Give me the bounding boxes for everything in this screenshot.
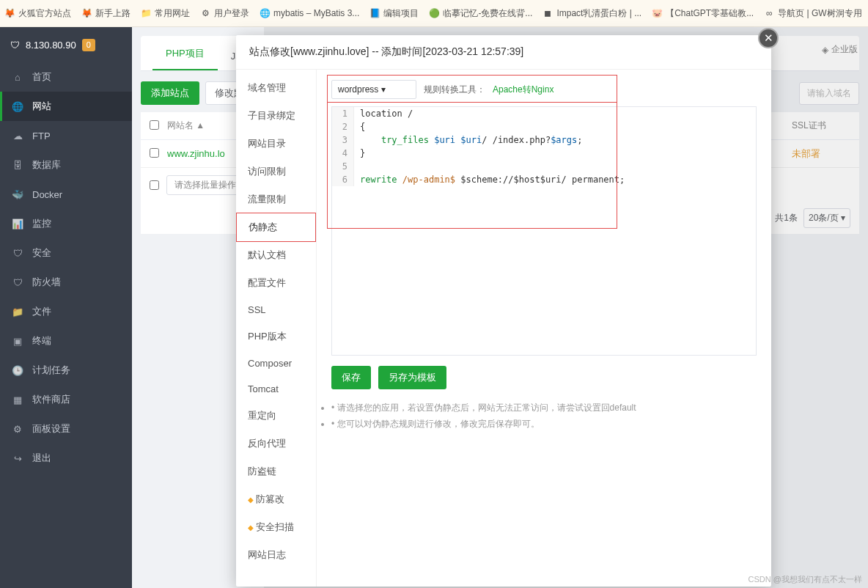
shield-icon: 🛡 <box>10 40 20 51</box>
sidebar-icon: ⚙ <box>12 424 23 435</box>
sidebar: 🛡 8.130.80.90 0 ⌂首页🌐网站☁FTP🗄数据库🐳Docker📊监控… <box>0 27 132 588</box>
sidebar-label: 终端 <box>32 334 51 348</box>
sidebar-icon: ☁ <box>12 131 23 142</box>
modal-nav-网站目录[interactable]: 网站目录 <box>236 130 316 158</box>
bookmark-item[interactable]: 🐷【ChatGPT零基础教... <box>652 7 754 20</box>
sidebar-icon: 📊 <box>12 218 23 229</box>
sidebar-item-终端[interactable]: ▣终端 <box>0 326 132 356</box>
notice-badge[interactable]: 0 <box>82 39 95 51</box>
modal-nav-Tomcat[interactable]: Tomcat <box>236 376 316 402</box>
bookmark-item[interactable]: 📘编辑项目 <box>369 7 419 20</box>
bookmark-icon: 🌐 <box>260 8 270 18</box>
tip-item: 您可以对伪静态规则进行修改，修改完后保存即可。 <box>331 416 757 432</box>
sidebar-icon: ⌂ <box>12 72 23 83</box>
server-ip: 8.130.80.90 <box>26 40 76 51</box>
sidebar-item-软件商店[interactable]: ▦软件商店 <box>0 385 132 414</box>
bookmark-item[interactable]: ⚙用户登录 <box>200 7 249 20</box>
modal-nav-域名管理[interactable]: 域名管理 <box>236 74 316 102</box>
sidebar-icon: 🕒 <box>12 365 23 376</box>
sidebar-icon: 🐳 <box>12 189 23 200</box>
modal-nav-子目录绑定[interactable]: 子目录绑定 <box>236 102 316 130</box>
sidebar-item-监控[interactable]: 📊监控 <box>0 209 132 238</box>
modal-nav-流量限制[interactable]: 流量限制 <box>236 185 316 213</box>
sidebar-label: 防火墙 <box>32 276 61 289</box>
modal-nav-重定向[interactable]: 重定向 <box>236 402 316 430</box>
bookmark-item[interactable]: 📁常用网址 <box>141 7 190 20</box>
code-line: 4} <box>332 147 756 160</box>
code-line: 3 try_files $uri $uri/ /index.php?$args; <box>332 133 756 147</box>
sidebar-icon: 📁 <box>12 306 23 317</box>
tab-PHP项目[interactable]: PHP项目 <box>152 38 218 70</box>
sidebar-item-首页[interactable]: ⌂首页 <box>0 62 132 92</box>
bookmarks-bar: 🦊火狐官方站点🦊新手上路📁常用网址⚙用户登录🌐mybatis – MyBatis… <box>0 0 868 27</box>
batch-checkbox[interactable] <box>150 180 159 190</box>
sidebar-item-防火墙[interactable]: 🛡防火墙 <box>0 268 132 297</box>
sidebar-item-计划任务[interactable]: 🕒计划任务 <box>0 356 132 385</box>
sidebar-icon: ▦ <box>12 394 23 405</box>
sidebar-label: 退出 <box>32 452 51 465</box>
rewrite-template-select[interactable]: wordpress ▾ <box>331 80 416 99</box>
bookmark-item[interactable]: 🦊火狐官方站点 <box>4 7 71 20</box>
modal-nav-网站日志[interactable]: 网站日志 <box>236 541 316 569</box>
bookmark-icon: ⚙ <box>200 8 210 18</box>
modal-nav-反向代理[interactable]: 反向代理 <box>236 430 316 457</box>
bookmark-icon: 🦊 <box>81 8 92 18</box>
sidebar-label: 数据库 <box>32 158 61 172</box>
code-line: 2{ <box>332 120 756 133</box>
sidebar-item-数据库[interactable]: 🗄数据库 <box>0 150 132 180</box>
sidebar-item-Docker[interactable]: 🐳Docker <box>0 180 132 209</box>
sidebar-label: 安全 <box>32 246 51 260</box>
sidebar-item-FTP[interactable]: ☁FTP <box>0 121 132 150</box>
sidebar-label: 软件商店 <box>32 393 70 406</box>
sidebar-label: 监控 <box>32 217 51 230</box>
sidebar-label: 面板设置 <box>32 422 70 436</box>
modal-nav-SSL[interactable]: SSL <box>236 297 316 323</box>
bookmark-item[interactable]: 🦊新手上路 <box>81 7 130 20</box>
modal-nav-伪静态[interactable]: 伪静态 <box>236 213 316 242</box>
sidebar-item-退出[interactable]: ↪退出 <box>0 444 132 473</box>
modal-nav-防篡改[interactable]: ◆防篡改 <box>236 485 316 513</box>
add-site-button[interactable]: 添加站点 <box>141 81 199 105</box>
code-line: 6rewrite /wp-admin$ $scheme://$host$uri/… <box>332 173 756 186</box>
site-edit-modal: ✕ 站点修改[www.zjinhu.love] -- 添加时间[2023-03-… <box>236 35 771 587</box>
sidebar-label: 首页 <box>32 70 51 84</box>
modal-nav-访问限制[interactable]: 访问限制 <box>236 158 316 185</box>
modal-content: wordpress ▾ 规则转换工具： Apache转Nginx 1locati… <box>317 70 771 587</box>
batch-select[interactable]: 请选择批量操作 <box>166 175 244 195</box>
apache-to-nginx-link[interactable]: Apache转Nginx <box>493 84 553 96</box>
select-all-checkbox[interactable] <box>150 120 159 130</box>
sidebar-item-网站[interactable]: 🌐网站 <box>0 92 132 121</box>
bookmark-icon: 🦊 <box>4 8 15 18</box>
code-line: 5 <box>332 160 756 173</box>
sidebar-icon: ↪ <box>12 453 23 464</box>
sidebar-label: Docker <box>32 189 62 200</box>
close-icon[interactable]: ✕ <box>758 28 779 48</box>
bookmark-icon: ◼ <box>542 8 553 18</box>
modal-nav-默认文档[interactable]: 默认文档 <box>236 241 316 269</box>
sidebar-label: 文件 <box>32 305 51 318</box>
modal-nav-配置文件[interactable]: 配置文件 <box>236 269 316 297</box>
save-template-button[interactable]: 另存为模板 <box>378 366 446 389</box>
bookmark-item[interactable]: ∞导航页 | GW树洞专用 <box>764 7 861 20</box>
bookmark-item[interactable]: ◼Impact乳清蛋白粉 | ... <box>542 7 641 20</box>
bookmark-item[interactable]: 🌐mybatis – MyBatis 3... <box>260 8 359 18</box>
sidebar-item-面板设置[interactable]: ⚙面板设置 <box>0 414 132 444</box>
sidebar-label: 网站 <box>32 100 51 113</box>
sidebar-icon: 🗄 <box>12 160 23 171</box>
modal-nav: 域名管理子目录绑定网站目录访问限制流量限制伪静态默认文档配置文件SSLPHP版本… <box>236 70 317 587</box>
bookmark-icon: 📁 <box>141 8 151 18</box>
tips: 请选择您的应用，若设置伪静态后，网站无法正常访问，请尝试设置回default您可… <box>331 400 757 432</box>
bookmark-icon: 📘 <box>369 8 380 18</box>
bookmark-icon: 🟢 <box>429 8 439 18</box>
bookmark-item[interactable]: 🟢临摹记忆-免费在线背... <box>429 7 532 20</box>
modal-nav-安全扫描[interactable]: ◆安全扫描 <box>236 513 316 541</box>
bookmark-icon: ∞ <box>764 8 774 18</box>
code-editor[interactable]: 1location /2{3 try_files $uri $uri/ /ind… <box>331 106 757 356</box>
save-button[interactable]: 保存 <box>331 366 371 389</box>
row-checkbox[interactable] <box>150 148 159 158</box>
modal-nav-防盗链[interactable]: 防盗链 <box>236 457 316 485</box>
modal-nav-Composer[interactable]: Composer <box>236 350 316 376</box>
modal-nav-PHP版本[interactable]: PHP版本 <box>236 323 316 350</box>
sidebar-item-文件[interactable]: 📁文件 <box>0 297 132 326</box>
sidebar-item-安全[interactable]: 🛡安全 <box>0 238 132 268</box>
